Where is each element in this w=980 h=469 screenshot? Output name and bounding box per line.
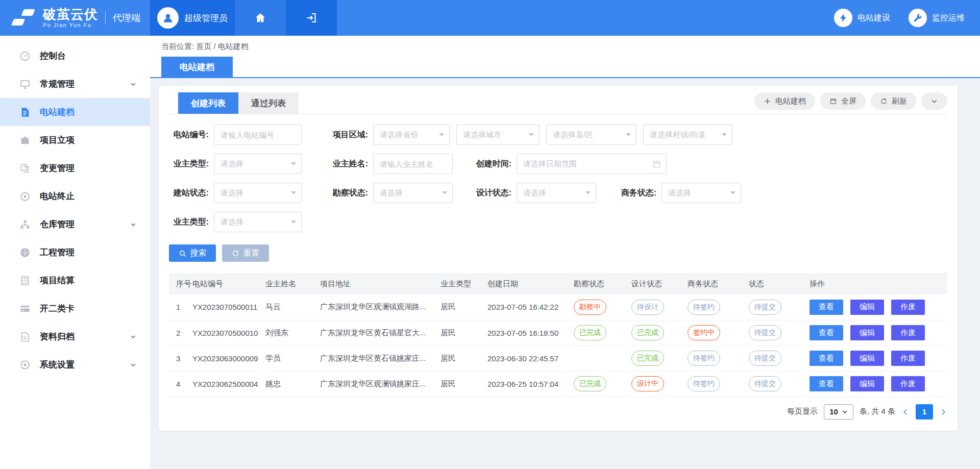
collapse-button[interactable] bbox=[921, 92, 947, 110]
filter-row: 业主类型:请选择 bbox=[169, 212, 947, 232]
toolbar-button-label: 电站建档 bbox=[775, 96, 806, 106]
edit-button[interactable]: 编辑 bbox=[850, 325, 884, 340]
card-icon bbox=[19, 303, 31, 314]
view-button[interactable]: 查看 bbox=[810, 300, 843, 315]
sidebar-item-file[interactable]: 资料归档 bbox=[0, 323, 150, 351]
design_status-label: 设计状态: bbox=[453, 188, 517, 199]
view-button[interactable]: 查看 bbox=[810, 325, 843, 340]
view-button[interactable]: 查看 bbox=[810, 351, 843, 366]
sidebar-item-briefcase[interactable]: 项目立项 bbox=[0, 126, 150, 154]
survey_status-select[interactable]: 请选择 bbox=[373, 183, 453, 203]
region_province-select[interactable]: 请选择省份 bbox=[373, 125, 450, 145]
project-address: 广东深圳龙华区黄石镇姚家庄... bbox=[320, 345, 440, 371]
void-button[interactable]: 作废 bbox=[891, 351, 925, 366]
user-menu[interactable]: 超级管理员 bbox=[150, 0, 235, 36]
sidebar-item-label: 变更管理 bbox=[40, 162, 75, 174]
view-button[interactable]: 查看 bbox=[810, 376, 843, 391]
sidebar-item-document[interactable]: 电站建档 bbox=[0, 98, 150, 126]
region_town-select[interactable]: 请选择村镇/街道 bbox=[643, 125, 732, 145]
list-tabs: 创建列表通过列表 bbox=[178, 92, 299, 114]
next-page-button[interactable] bbox=[939, 408, 947, 416]
owner_type2-placeholder: 请选择 bbox=[220, 217, 287, 227]
prev-page-button[interactable] bbox=[901, 408, 910, 416]
row-seq: 1 bbox=[169, 294, 192, 320]
topbar-nav-wrench[interactable]: 监控运维 bbox=[909, 9, 965, 27]
fullscreen-button[interactable]: 全屏 bbox=[820, 92, 866, 110]
sidebar: 控制台常规管理电站建档项目立项变更管理电站终止仓库管理工程管理项目结算开二类卡资… bbox=[0, 36, 150, 469]
business-status-cell: 待签约 bbox=[688, 371, 749, 397]
sidebar-item-dashboard[interactable]: 控制台 bbox=[0, 42, 150, 70]
reset-button[interactable]: 重置 bbox=[222, 244, 269, 262]
per-page-select[interactable]: 10 bbox=[824, 404, 853, 419]
row-actions: 查看编辑作废 bbox=[810, 294, 947, 320]
status-badge: 设计中 bbox=[631, 376, 664, 391]
wrench-icon bbox=[909, 9, 927, 27]
design_status-select[interactable]: 请选择 bbox=[517, 183, 596, 203]
owner-type: 居民 bbox=[440, 320, 487, 345]
owner_type2-select[interactable]: 请选择 bbox=[214, 212, 302, 232]
void-button[interactable]: 作废 bbox=[891, 376, 925, 391]
add-station-button[interactable]: 电站建档 bbox=[754, 92, 815, 110]
filter-row: 建站状态:请选择勘察状态:请选择设计状态:请选择商务状态:请选择 bbox=[169, 183, 947, 203]
edit-button[interactable]: 编辑 bbox=[850, 351, 884, 366]
region_city-select[interactable]: 请选择城市 bbox=[456, 125, 540, 145]
dashboard-icon bbox=[19, 51, 31, 62]
created_range-date[interactable]: 请选择日期范围 bbox=[517, 154, 667, 174]
sidebar-item-label: 电站终止 bbox=[40, 190, 75, 202]
owner_name-input[interactable] bbox=[373, 154, 453, 174]
list-tab-created[interactable]: 创建列表 bbox=[178, 92, 238, 114]
edit-button[interactable]: 编辑 bbox=[850, 300, 884, 315]
sidebar-item-card[interactable]: 开二类卡 bbox=[0, 294, 150, 323]
owner_name-input[interactable] bbox=[380, 154, 447, 174]
search-button[interactable]: 搜索 bbox=[169, 244, 216, 262]
business-status-cell: 签约中 bbox=[688, 320, 749, 345]
caret-down-icon bbox=[291, 162, 296, 165]
design-status-cell: 待设计 bbox=[631, 294, 688, 320]
page-number-current[interactable]: 1 bbox=[916, 404, 933, 419]
void-button[interactable]: 作废 bbox=[891, 325, 925, 340]
created-date: 2023-07-05 16:42:22 bbox=[487, 294, 574, 320]
status-badge: 待提交 bbox=[749, 325, 781, 340]
logout-button[interactable] bbox=[286, 0, 337, 36]
owner-type: 居民 bbox=[440, 345, 487, 371]
briefcase-icon bbox=[19, 135, 31, 146]
sidebar-item-label: 工程管理 bbox=[40, 246, 75, 258]
sidebar-item-target[interactable]: 系统设置 bbox=[0, 351, 150, 379]
refresh-button[interactable]: 刷新 bbox=[871, 92, 916, 110]
business-status-cell: 待签约 bbox=[688, 294, 749, 320]
topbar-nav-bolt[interactable]: 电站建设 bbox=[834, 9, 890, 27]
fullscreen-icon bbox=[829, 97, 837, 105]
gauge-icon bbox=[19, 247, 31, 258]
caret-down-icon bbox=[529, 133, 534, 136]
business_status-select[interactable]: 请选择 bbox=[662, 183, 741, 203]
sidebar-item-calculator[interactable]: 项目结算 bbox=[0, 266, 150, 294]
sidebar-item-record[interactable]: 电站终止 bbox=[0, 182, 150, 210]
station_code-input[interactable] bbox=[214, 125, 302, 145]
region_county-select[interactable]: 请选择县/区 bbox=[546, 125, 636, 145]
list-card: 创建列表通过列表 电站建档全屏刷新 电站编号:项目区域:请选择省份请选择城市请选… bbox=[159, 86, 958, 431]
topbar-nav-label: 监控运维 bbox=[932, 13, 965, 23]
page-tab-active[interactable]: 电站建档 bbox=[161, 57, 233, 77]
search-icon bbox=[179, 250, 186, 257]
station-table: 序号电站编号业主姓名项目地址业主类型创建日期勘察状态设计状态商务状态状态操作 1… bbox=[169, 273, 947, 397]
table-row: 4YX2023062500004姚忠广东深圳龙华区观澜镇姚家庄...居民2023… bbox=[169, 371, 947, 397]
status-badge: 签约中 bbox=[688, 325, 720, 340]
project-address: 广东深圳龙华区黄石镇星官大... bbox=[320, 320, 440, 345]
sidebar-item-copy[interactable]: 变更管理 bbox=[0, 154, 150, 182]
status-badge: 已完成 bbox=[631, 325, 664, 340]
edit-button[interactable]: 编辑 bbox=[850, 376, 884, 391]
station_code-input[interactable] bbox=[220, 125, 296, 144]
list-tab-passed[interactable]: 通过列表 bbox=[238, 92, 299, 114]
sidebar-item-label: 项目结算 bbox=[40, 275, 75, 286]
owner_type-select[interactable]: 请选择 bbox=[214, 154, 302, 174]
home-button[interactable] bbox=[235, 0, 286, 36]
caret-down-icon bbox=[291, 191, 296, 194]
breadcrumb-text: 当前位置: 首页 / 电站建档 bbox=[161, 42, 249, 52]
build_status-select[interactable]: 请选择 bbox=[214, 183, 302, 203]
void-button[interactable]: 作废 bbox=[891, 300, 925, 315]
survey-status-cell: 已完成 bbox=[574, 320, 631, 345]
status-status-cell: 待提交 bbox=[749, 371, 810, 397]
sidebar-item-sitemap[interactable]: 仓库管理 bbox=[0, 210, 150, 238]
sidebar-item-monitor[interactable]: 常规管理 bbox=[0, 70, 150, 98]
sidebar-item-gauge[interactable]: 工程管理 bbox=[0, 238, 150, 266]
